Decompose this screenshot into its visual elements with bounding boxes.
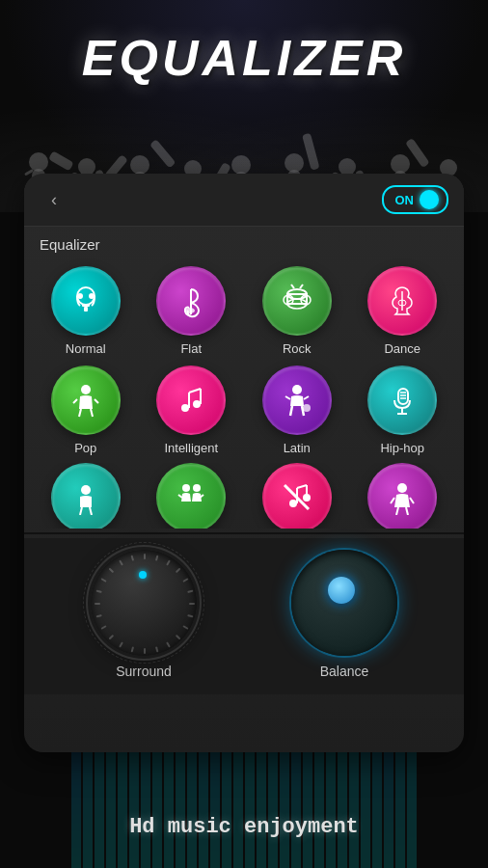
preset-intelligent[interactable]: Intelligent	[142, 366, 242, 455]
preset-rock[interactable]: Rock	[247, 266, 347, 356]
preset-dance-btn[interactable]	[367, 266, 437, 336]
svg-line-82	[396, 507, 398, 515]
svg-point-53	[81, 385, 91, 394]
surround-tick	[144, 648, 146, 654]
preset-pop-label: Pop	[74, 441, 96, 455]
preset-hiphop[interactable]: Hip-hop	[353, 366, 453, 455]
preset-latin-btn[interactable]	[262, 366, 332, 435]
toggle-circle	[420, 190, 439, 209]
svg-rect-25	[302, 133, 320, 171]
balance-label: Balance	[320, 664, 369, 679]
preset-row3-4[interactable]	[353, 463, 453, 529]
preset-latin[interactable]: Latin	[247, 366, 347, 455]
surround-tick	[96, 614, 102, 617]
svg-line-54	[79, 409, 81, 417]
svg-point-20	[231, 155, 251, 175]
preset-row3-2[interactable]	[142, 463, 242, 529]
svg-point-75	[289, 500, 297, 507]
presets-row3	[24, 463, 464, 529]
preset-dance[interactable]: Dance	[353, 266, 453, 356]
preset-normal[interactable]: Normal	[36, 266, 136, 356]
preset-flat-label: Flat	[180, 341, 202, 356]
power-toggle[interactable]: ON	[382, 185, 449, 214]
preset-r4-btn[interactable]	[367, 463, 437, 529]
surround-tick	[166, 641, 171, 647]
svg-point-56	[181, 404, 189, 412]
svg-line-49	[291, 285, 294, 288]
svg-line-62	[290, 406, 292, 416]
surround-tick	[182, 625, 188, 630]
preset-normal-btn[interactable]	[51, 266, 121, 336]
preset-r3-btn[interactable]	[262, 463, 332, 529]
surround-ticks	[91, 550, 197, 656]
back-button[interactable]: ‹	[40, 185, 68, 214]
app-title: EQUALIZER	[0, 29, 488, 87]
svg-point-61	[292, 385, 302, 394]
preset-row3-1[interactable]	[36, 463, 136, 529]
surround-tick	[187, 590, 193, 593]
svg-point-81	[397, 483, 407, 493]
preset-rock-btn[interactable]	[262, 266, 332, 336]
surround-tick	[131, 646, 134, 652]
svg-point-73	[182, 484, 190, 492]
panel-divider	[24, 532, 464, 534]
svg-line-83	[406, 507, 408, 515]
svg-line-71	[80, 507, 82, 515]
svg-point-2	[29, 152, 48, 172]
surround-tick	[189, 603, 195, 605]
surround-tick	[131, 556, 134, 561]
surround-tick	[100, 625, 106, 630]
preset-row3-3[interactable]	[247, 463, 347, 529]
tagline-section: Hd music enjoyment	[0, 815, 488, 839]
surround-knob-indicator	[139, 571, 147, 579]
preset-hiphop-label: Hip-hop	[380, 441, 424, 455]
surround-tick	[155, 556, 158, 561]
surround-label: Surround	[116, 664, 172, 679]
svg-line-72	[90, 507, 92, 515]
svg-line-60	[189, 389, 201, 393]
balance-knob-indicator	[328, 577, 355, 604]
preset-intelligent-label: Intelligent	[164, 441, 218, 455]
surround-tick	[96, 590, 102, 593]
surround-knob[interactable]	[91, 550, 197, 656]
preset-rock-label: Rock	[283, 341, 312, 356]
top-bar: ‹ ON	[24, 174, 464, 227]
equalizer-section-label: Equalizer	[24, 227, 464, 258]
surround-tick	[187, 614, 193, 617]
preset-flat[interactable]: Flat	[142, 266, 242, 356]
preset-r1-btn[interactable]	[51, 463, 121, 529]
tagline-text: Hd music enjoyment	[0, 815, 488, 839]
surround-tick	[155, 646, 158, 652]
toggle-label: ON	[395, 193, 415, 207]
main-panel: ‹ ON Equalizer Normal	[24, 174, 464, 752]
svg-rect-42	[84, 307, 88, 312]
preset-flat-btn[interactable]	[156, 266, 226, 336]
svg-rect-41	[82, 304, 90, 307]
preset-latin-label: Latin	[284, 441, 311, 455]
svg-line-50	[300, 285, 303, 288]
svg-rect-64	[398, 389, 408, 404]
title-section: EQUALIZER	[0, 29, 488, 87]
svg-point-33	[391, 154, 410, 174]
surround-tick	[166, 559, 171, 565]
presets-grid: Normal Flat	[24, 258, 464, 463]
surround-tick	[119, 641, 123, 647]
preset-hiphop-btn[interactable]	[367, 366, 437, 435]
preset-r2-btn[interactable]	[156, 463, 226, 529]
svg-point-43	[185, 308, 195, 313]
surround-tick	[119, 559, 123, 565]
balance-knob[interactable]	[291, 550, 397, 656]
preset-intelligent-btn[interactable]	[156, 366, 226, 435]
svg-line-55	[91, 409, 93, 417]
svg-rect-4	[48, 150, 74, 171]
surround-tick	[109, 635, 115, 640]
svg-rect-14	[149, 139, 176, 168]
svg-point-70	[81, 485, 91, 495]
preset-pop[interactable]: Pop	[36, 366, 136, 455]
surround-tick	[95, 603, 100, 605]
svg-point-74	[193, 484, 201, 492]
preset-pop-btn[interactable]	[51, 366, 121, 435]
svg-point-12	[130, 155, 149, 175]
surround-tick	[144, 554, 146, 559]
bottom-controls: Surround Balance	[24, 538, 464, 694]
